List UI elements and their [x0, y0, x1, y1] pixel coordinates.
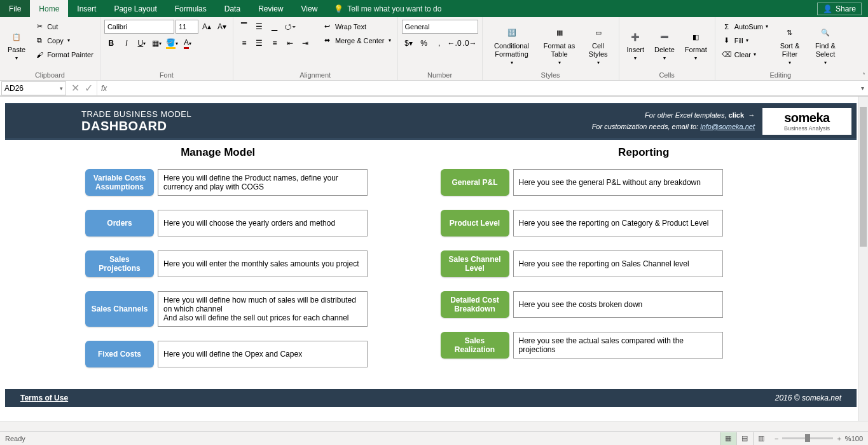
decrease-decimal-button[interactable]: .0→ — [463, 36, 477, 50]
comma-button[interactable]: , — [432, 36, 446, 50]
zoom-slider[interactable] — [782, 437, 833, 439]
tab-data[interactable]: Data — [216, 0, 249, 17]
desc-product-level: Here you see the reporting on Category &… — [513, 210, 723, 236]
zoom-level[interactable]: %100 — [845, 435, 863, 442]
view-normal-button[interactable]: ▦ — [720, 432, 736, 445]
cut-icon: ✂ — [34, 22, 45, 32]
percent-button[interactable]: % — [417, 36, 431, 50]
collapse-ribbon-button[interactable]: ˄ — [862, 72, 865, 79]
insert-button[interactable]: ➕Insert▾ — [623, 20, 649, 71]
zoom-in-button[interactable]: + — [837, 435, 841, 442]
borders-button[interactable]: ▦▾ — [150, 36, 164, 50]
conditional-formatting-button[interactable]: 🔢Conditional Formatting▾ — [486, 20, 537, 71]
email-link[interactable]: info@someka.net — [700, 123, 755, 130]
increase-font-button[interactable]: A▴ — [200, 20, 214, 34]
zoom-thumb[interactable] — [805, 434, 810, 442]
btn-detailed-cost[interactable]: Detailed Cost Breakdown — [441, 291, 509, 318]
paste-button[interactable]: 📋 Paste ▾ — [4, 20, 29, 71]
share-button[interactable]: 👤 Share — [817, 3, 862, 15]
tab-formulas[interactable]: Formulas — [166, 0, 216, 17]
bold-button[interactable]: B — [104, 36, 118, 50]
cond-format-icon: 🔢 — [504, 25, 520, 41]
decrease-font-button[interactable]: A▾ — [215, 20, 229, 34]
terms-link[interactable]: Terms of Use — [20, 394, 68, 402]
tell-me-search[interactable]: 💡 Tell me what you want to do — [334, 4, 441, 13]
fill-color-button[interactable]: 🪣▾ — [165, 36, 179, 50]
name-box[interactable]: AD26▾ — [1, 81, 66, 95]
desc-variable-costs: Here you will define the Product names, … — [158, 169, 368, 196]
fx-icon[interactable]: fx — [97, 84, 111, 93]
tab-home[interactable]: Home — [30, 0, 68, 17]
btn-sales-channel-level[interactable]: Sales Channel Level — [441, 250, 509, 277]
number-format-select[interactable] — [402, 20, 478, 34]
view-page-break-button[interactable]: ▥ — [753, 432, 769, 445]
tab-review[interactable]: Review — [249, 0, 292, 17]
format-painter-button[interactable]: 🖌Format Painter — [32, 48, 96, 61]
btn-orders[interactable]: Orders — [85, 210, 154, 236]
clear-button[interactable]: ⌫Clear▾ — [719, 48, 771, 61]
wrap-text-button[interactable]: ↩Wrap Text — [320, 20, 394, 33]
increase-decimal-button[interactable]: ←.0 — [448, 36, 462, 50]
btn-sales-projections[interactable]: Sales Projections — [85, 250, 154, 277]
tab-insert[interactable]: Insert — [68, 0, 105, 17]
copyright-text: 2016 © someka.net — [775, 394, 841, 402]
view-page-layout-button[interactable]: ▤ — [736, 432, 753, 445]
cancel-formula-icon[interactable]: ✕ — [71, 82, 79, 94]
tab-view[interactable]: View — [293, 0, 327, 17]
vertical-scrollbar[interactable] — [858, 97, 868, 421]
merge-label: Merge & Center — [335, 37, 385, 44]
btn-fixed-costs[interactable]: Fixed Costs — [85, 341, 154, 367]
underline-button[interactable]: U▾ — [135, 36, 149, 50]
merge-icon: ⬌ — [322, 36, 333, 46]
delete-button[interactable]: ➖Delete▾ — [651, 20, 679, 71]
btn-sales-channels[interactable]: Sales Channels — [85, 291, 154, 327]
tab-file[interactable]: File — [0, 0, 30, 17]
orientation-button[interactable]: ⭯▾ — [283, 20, 297, 34]
btn-variable-costs[interactable]: Variable Costs Assumptions — [85, 169, 154, 196]
formula-expand-button[interactable]: ▾ — [857, 85, 868, 92]
merge-center-button[interactable]: ⬌Merge & Center▾ — [320, 34, 394, 47]
sum-icon: Σ — [722, 22, 732, 32]
sort-filter-button[interactable]: ⇅Sort & Filter▾ — [773, 20, 806, 71]
desc-sales-projections: Here you will enter the monthly sales am… — [158, 250, 368, 277]
increase-indent-button[interactable]: ⇥ — [298, 36, 312, 50]
align-center-button[interactable]: ☰ — [252, 36, 266, 50]
align-left-button[interactable]: ≡ — [237, 36, 251, 50]
btn-sales-realization[interactable]: Sales Realization — [441, 332, 509, 359]
accounting-button[interactable]: $▾ — [402, 36, 416, 50]
wrap-icon: ↩ — [322, 22, 333, 32]
tab-page-layout[interactable]: Page Layout — [105, 0, 165, 17]
align-middle-button[interactable]: ☰ — [252, 20, 266, 34]
header-title: DASHBOARD — [81, 119, 191, 134]
wrap-label: Wrap Text — [335, 23, 366, 31]
enter-formula-icon[interactable]: ✓ — [85, 82, 93, 94]
align-right-button[interactable]: ≡ — [268, 36, 282, 50]
font-name-select[interactable] — [104, 20, 174, 34]
format-as-table-button[interactable]: ▦Format as Table▾ — [540, 20, 579, 71]
decrease-indent-button[interactable]: ⇤ — [283, 36, 297, 50]
format-icon: ◧ — [688, 29, 703, 44]
btn-general-pl[interactable]: General P&L — [441, 169, 509, 196]
italic-button[interactable]: I — [120, 36, 134, 50]
scroll-thumb[interactable] — [860, 107, 867, 247]
copy-icon: ⧉ — [34, 36, 45, 46]
logo-tag: Business Analysis — [784, 125, 830, 132]
autosum-button[interactable]: ΣAutoSum▾ — [719, 20, 771, 33]
table-icon: ▦ — [552, 25, 567, 41]
align-top-button[interactable]: ▔ — [237, 20, 251, 34]
delete-label: Delete — [654, 46, 675, 54]
fill-button[interactable]: ⬇Fill▾ — [719, 34, 771, 47]
formula-input[interactable] — [111, 81, 857, 95]
zoom-out-button[interactable]: − — [775, 435, 778, 442]
cut-button[interactable]: ✂Cut — [32, 20, 96, 33]
format-button[interactable]: ◧Format▾ — [681, 20, 711, 71]
align-bottom-button[interactable]: ▁ — [268, 20, 282, 34]
font-size-select[interactable] — [176, 20, 198, 34]
font-color-button[interactable]: A▾ — [181, 36, 195, 50]
click-link[interactable]: click — [729, 111, 744, 119]
cell-styles-button[interactable]: ▭Cell Styles▾ — [582, 20, 615, 71]
btn-product-level[interactable]: Product Level — [441, 210, 509, 236]
header-subtitle: TRADE BUSINESS MODEL — [81, 109, 191, 119]
copy-button[interactable]: ⧉Copy▾ — [32, 34, 96, 47]
find-select-button[interactable]: 🔍Find & Select▾ — [809, 20, 842, 71]
